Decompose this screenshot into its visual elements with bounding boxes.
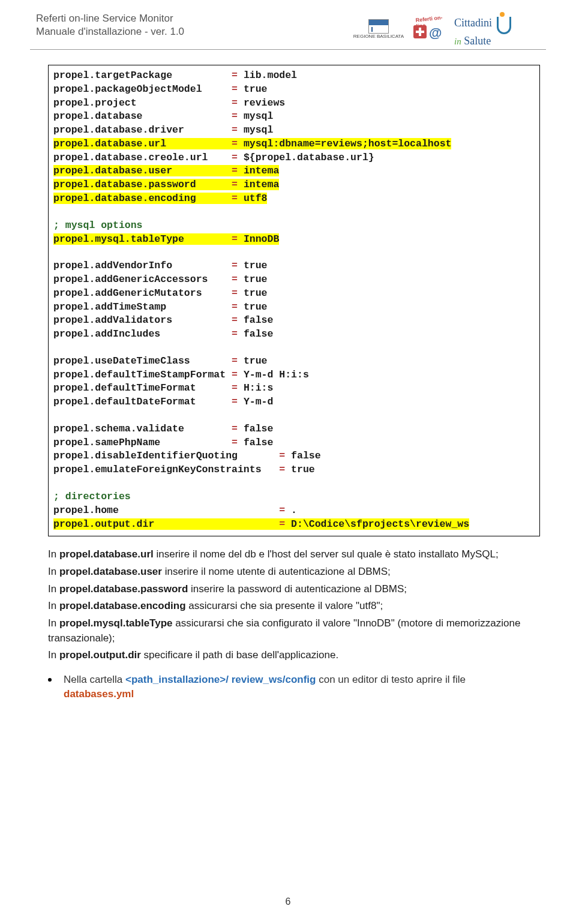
- header-logos: REGIONE BASILICATA Referti on-line @ Cit…: [353, 12, 510, 46]
- page-number: 6: [0, 896, 576, 907]
- header-line-1: Referti on-line Service Monitor: [36, 12, 184, 25]
- at-sign-icon: @: [429, 25, 442, 41]
- instr-line-1: In propel.database.url inserire il nome …: [48, 547, 540, 562]
- header-line-2: Manuale d'installazione - ver. 1.0: [36, 25, 184, 38]
- cittadini-text-bot: Salute: [464, 35, 491, 47]
- config-code-block: propel.targetPackage = lib.modelpropel.p…: [48, 65, 540, 536]
- bullet-item: Nella cartella <path_installazione>/ rev…: [48, 673, 540, 702]
- install-path: <path_installazione>/ review_ws/config: [125, 674, 316, 685]
- logo-cittadini-salute: Cittadini in Salute: [454, 12, 510, 46]
- cittadini-in: in: [454, 37, 461, 46]
- instr-line-5: In propel.mysql.tableType assicurarsi ch…: [48, 616, 540, 646]
- instructions-block: In propel.database.url inserire il nome …: [48, 547, 540, 662]
- instr-line-6: In propel.output.dir specificare il path…: [48, 648, 540, 663]
- medical-cross-icon: [413, 25, 427, 38]
- bullet-dot-icon: [48, 678, 52, 682]
- instr-line-3: In propel.database.password inserire la …: [48, 582, 540, 597]
- instr-line-4: In propel.database.encoding assicurarsi …: [48, 599, 540, 614]
- header-title-block: Referti on-line Service Monitor Manuale …: [36, 12, 184, 38]
- logo-regione-basilicata: REGIONE BASILICATA: [353, 19, 404, 39]
- person-figure-icon: [494, 12, 510, 36]
- cittadini-text-top: Cittadini: [454, 17, 492, 29]
- bullet-text: Nella cartella <path_installazione>/ rev…: [64, 673, 466, 702]
- basilicata-flag-icon: [368, 19, 389, 34]
- basilicata-label: REGIONE BASILICATA: [353, 34, 404, 39]
- logo-referti-online: Referti on-line @: [411, 17, 447, 42]
- instr-line-2: In propel.database.user inserire il nome…: [48, 565, 540, 580]
- page-header: Referti on-line Service Monitor Manuale …: [30, 0, 546, 50]
- file-databases-yml: databases.yml: [64, 688, 134, 700]
